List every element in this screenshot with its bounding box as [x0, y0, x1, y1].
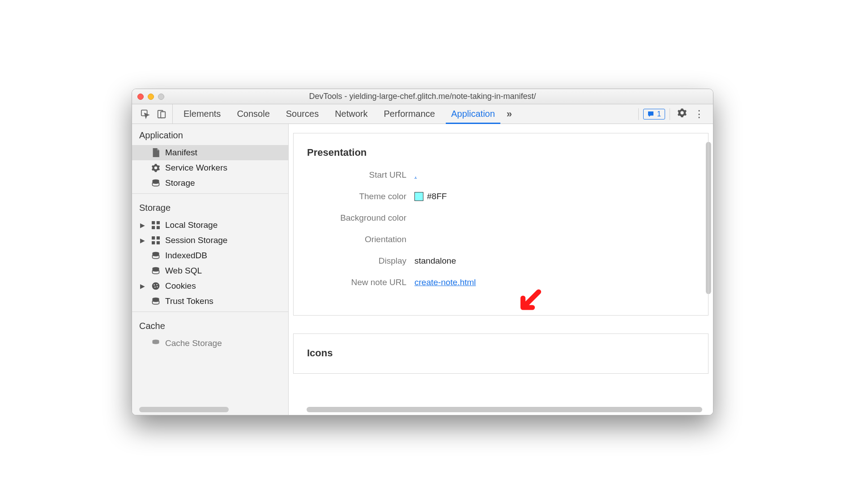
- database-icon: [151, 296, 161, 306]
- svg-rect-10: [152, 241, 155, 244]
- group-cache: Cache: [132, 315, 288, 336]
- divider: [132, 312, 288, 312]
- field-label: Background color: [307, 213, 414, 223]
- row-new-note-url: New note URL create-note.html: [307, 276, 695, 289]
- inspect-element-icon[interactable]: [139, 108, 152, 120]
- svg-rect-5: [157, 221, 160, 224]
- sidebar-item-manifest[interactable]: Manifest: [132, 145, 288, 160]
- device-toolbar-icon[interactable]: [155, 108, 168, 120]
- caret-icon[interactable]: ▶: [140, 282, 145, 290]
- issues-badge[interactable]: 1: [643, 109, 665, 120]
- field-label: Theme color: [307, 192, 414, 201]
- caret-icon[interactable]: ▶: [140, 237, 145, 244]
- display-value: standalone: [414, 256, 456, 266]
- issues-count: 1: [657, 110, 661, 118]
- gear-icon: [677, 108, 687, 118]
- row-background-color: Background color: [307, 211, 695, 225]
- settings-button[interactable]: [674, 108, 690, 120]
- sidebar-item-indexeddb[interactable]: IndexedDB: [132, 248, 288, 263]
- start-url-link[interactable]: .: [414, 170, 417, 180]
- separator: [670, 108, 670, 120]
- sidebar-item-label: IndexedDB: [165, 251, 207, 261]
- caret-icon[interactable]: ▶: [140, 222, 145, 229]
- message-icon: [647, 111, 654, 118]
- sidebar-item-label: Service Workers: [165, 163, 227, 173]
- separator: [638, 108, 639, 120]
- group-application: Application: [132, 124, 288, 145]
- devtools-window: DevTools - yielding-large-chef.glitch.me…: [132, 89, 713, 415]
- svg-rect-7: [157, 226, 160, 229]
- divider: [132, 193, 288, 194]
- tab-network[interactable]: Network: [327, 104, 376, 124]
- body: Application Manifest Service Workers Sto…: [132, 124, 713, 415]
- section-heading: Icons: [307, 347, 695, 359]
- database-icon: [151, 338, 161, 348]
- field-label: Orientation: [307, 235, 414, 244]
- field-label: New note URL: [307, 278, 414, 287]
- row-orientation: Orientation: [307, 233, 695, 246]
- theme-color-value: #8FF: [427, 192, 447, 201]
- annotation-arrow-icon: [513, 286, 549, 324]
- icons-section: Icons: [293, 333, 708, 374]
- gear-icon: [151, 163, 161, 173]
- sidebar-item-label: Local Storage: [165, 220, 218, 230]
- svg-rect-2: [161, 111, 165, 118]
- group-storage: Storage: [132, 196, 288, 218]
- svg-rect-9: [157, 236, 160, 239]
- svg-point-17: [154, 286, 156, 288]
- sidebar-item-cache-storage[interactable]: Cache Storage: [132, 336, 288, 351]
- sidebar-item-label: Trust Tokens: [165, 296, 213, 306]
- tab-elements[interactable]: Elements: [175, 104, 229, 124]
- row-display: Display standalone: [307, 254, 695, 268]
- row-theme-color: Theme color #8FF: [307, 190, 695, 203]
- sidebar-item-trust-tokens[interactable]: Trust Tokens: [132, 294, 288, 309]
- svg-rect-6: [152, 226, 155, 229]
- window-title: DevTools - yielding-large-chef.glitch.me…: [132, 92, 713, 101]
- new-note-url-link[interactable]: create-note.html: [414, 278, 476, 287]
- devtools-toolbar: Elements Console Sources Network Perform…: [132, 104, 713, 124]
- sidebar: Application Manifest Service Workers Sto…: [132, 124, 289, 415]
- database-icon: [151, 251, 161, 261]
- sidebar-item-label: Storage: [165, 178, 195, 188]
- field-label: Start URL: [307, 170, 414, 180]
- sidebar-item-local-storage[interactable]: ▶ Local Storage: [132, 218, 288, 233]
- kebab-menu-button[interactable]: ⋮: [691, 108, 707, 120]
- color-swatch: [414, 192, 423, 201]
- svg-rect-4: [152, 221, 155, 224]
- sidebar-item-websql[interactable]: Web SQL: [132, 263, 288, 278]
- svg-rect-8: [152, 236, 155, 239]
- grid-icon: [151, 235, 161, 245]
- database-icon: [151, 266, 161, 276]
- sidebar-item-label: Cache Storage: [165, 338, 222, 348]
- tab-performance[interactable]: Performance: [376, 104, 444, 124]
- row-start-url: Start URL .: [307, 168, 695, 182]
- svg-point-16: [156, 284, 158, 285]
- grid-icon: [151, 220, 161, 230]
- sidebar-item-service-workers[interactable]: Service Workers: [132, 160, 288, 175]
- more-tabs-button[interactable]: »: [503, 104, 516, 124]
- sidebar-item-cookies[interactable]: ▶ Cookies: [132, 278, 288, 294]
- horizontal-scrollbar-sidebar[interactable]: [139, 407, 229, 412]
- svg-rect-11: [157, 241, 160, 244]
- tab-sources[interactable]: Sources: [278, 104, 327, 124]
- main-panel: Presentation Start URL . Theme color #8F…: [289, 124, 713, 415]
- section-heading: Presentation: [307, 147, 695, 158]
- sidebar-item-label: Cookies: [165, 281, 196, 291]
- cookie-icon: [151, 281, 161, 291]
- database-icon: [151, 178, 161, 188]
- sidebar-item-session-storage[interactable]: ▶ Session Storage: [132, 233, 288, 248]
- sidebar-item-label: Session Storage: [165, 235, 227, 245]
- sidebar-item-label: Manifest: [165, 148, 197, 158]
- presentation-section: Presentation Start URL . Theme color #8F…: [293, 133, 708, 316]
- titlebar: DevTools - yielding-large-chef.glitch.me…: [132, 89, 713, 104]
- horizontal-scrollbar-main[interactable]: [307, 407, 702, 412]
- tab-application[interactable]: Application: [443, 104, 503, 124]
- sidebar-item-storage[interactable]: Storage: [132, 175, 288, 191]
- svg-point-14: [152, 282, 160, 290]
- svg-point-15: [154, 284, 155, 286]
- field-label: Display: [307, 256, 414, 266]
- tab-console[interactable]: Console: [229, 104, 277, 124]
- svg-point-18: [157, 286, 158, 287]
- sidebar-item-label: Web SQL: [165, 266, 202, 276]
- file-icon: [151, 148, 161, 158]
